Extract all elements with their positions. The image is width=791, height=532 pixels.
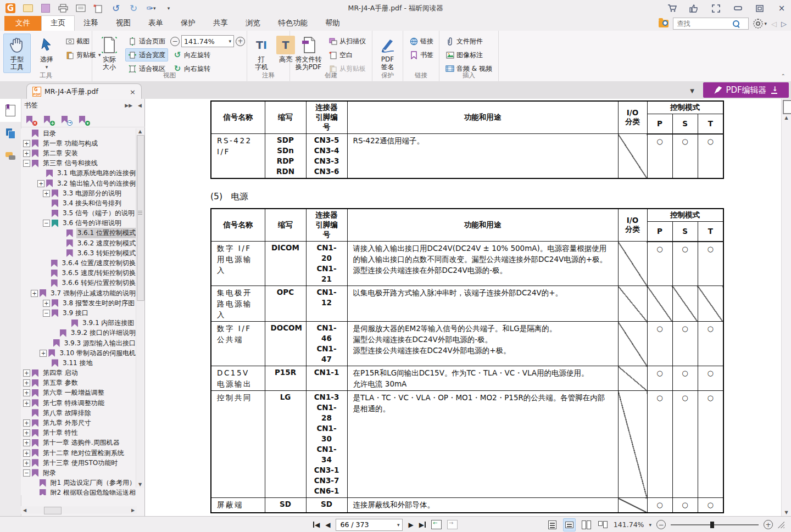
collapse-icon[interactable]: − — [43, 220, 50, 227]
expand-icon[interactable]: + — [23, 450, 30, 457]
bookmark-item[interactable]: 3.11 接地 — [21, 358, 137, 368]
bookmark-label[interactable]: 第六章 一般增益调整 — [42, 388, 105, 398]
bookmark-item[interactable]: −附录 — [21, 468, 137, 478]
document-vertical-scrollbar[interactable]: ▲ ▼ — [781, 99, 791, 516]
h-scrollbar-thumb[interactable] — [44, 507, 62, 514]
find-box[interactable] — [673, 18, 749, 30]
add-bookmark-button[interactable]: + — [44, 116, 54, 125]
bookmark-item[interactable]: 3.9.3 源型输入输出接口 — [21, 338, 137, 348]
bookmark-label[interactable]: 3.6 信号的详细说明 — [62, 218, 122, 228]
expand-icon[interactable]: + — [23, 379, 30, 387]
bookmark-item[interactable]: 3.6.5 速度/转矩控制切换 — [21, 268, 137, 278]
bookmark-label[interactable]: 附1 周边设定厂商（参考用） — [49, 478, 137, 488]
hand-tool-button[interactable]: 手型 工具 — [3, 33, 31, 73]
bookmark-item[interactable]: 3.6.3 转矩控制模式 — [21, 248, 137, 258]
find-input[interactable] — [676, 19, 733, 28]
bookmark-item[interactable]: 3.5 信号（端子）的说明 — [21, 209, 137, 219]
hand-tool-dropdown-icon[interactable]: ✑▾ — [146, 3, 156, 13]
menu-tab-help[interactable]: 帮助 — [316, 16, 349, 31]
collapse-ribbon-icon[interactable]: ⌃ — [781, 73, 786, 79]
menu-tab-browse[interactable]: 浏览 — [237, 16, 269, 31]
expand-icon[interactable]: + — [23, 150, 30, 157]
bookmark-item[interactable]: +第十二章 绝对位置检测系统 — [21, 448, 137, 458]
blank-page-button[interactable]: * 空白 — [326, 48, 369, 61]
bookmark-label[interactable]: 3.4 接头和信号排列 — [62, 198, 122, 209]
status-zoom-in-button[interactable]: + — [764, 520, 773, 529]
file-attachment-button[interactable]: 文件附件 — [443, 35, 495, 48]
bookmark-label[interactable]: 3.10 带制动器的伺服电机 — [58, 348, 137, 359]
bookmark-item[interactable]: 3.1 电源系统电路的连接例 — [21, 169, 137, 178]
bookmark-item[interactable]: +第十一章 选购件.周围机器 — [21, 438, 137, 448]
expand-icon[interactable]: + — [23, 439, 30, 446]
bookmark-label[interactable]: 3.6.3 转矩控制模式 — [76, 248, 137, 259]
previous-view-button[interactable] — [431, 520, 442, 529]
bookmark-label[interactable]: 第十一章 选购件.周围机器 — [42, 438, 121, 448]
fullscreen-icon[interactable] — [711, 4, 721, 13]
bookmark-label[interactable]: 3.9.2 接口的详细说明 — [70, 328, 137, 338]
comments-panel-button[interactable] — [0, 145, 21, 168]
expand-icon[interactable]: + — [23, 419, 30, 427]
bookmark-item[interactable]: 3.6.6 转矩/位置控制切换 — [21, 278, 137, 288]
scroll-up-icon[interactable]: ▲ — [137, 129, 143, 134]
bookmarks-panel-button[interactable] — [0, 99, 21, 122]
share-icon[interactable] — [689, 4, 699, 13]
find-next-icon[interactable]: ▷ — [781, 20, 787, 28]
bookmark-label[interactable]: 第八章 故障排除 — [42, 408, 92, 418]
bookmark-item[interactable]: 附1 周边设定厂商（参考用） — [21, 478, 137, 488]
save-icon[interactable] — [41, 3, 51, 13]
zoom-level-combobox[interactable]: 141.74% ▾ — [181, 35, 234, 47]
convert-to-pdf-button[interactable]: 将文件转 换为PDF — [293, 33, 324, 73]
bookmark-item[interactable]: −3.6 信号的详细说明 — [21, 219, 137, 228]
bookmarks-vertical-scrollbar[interactable]: ▲ ▼ — [136, 128, 144, 488]
bookmark-item[interactable]: +第二章 安装 — [21, 148, 137, 158]
zoom-slider-knob[interactable] — [710, 522, 714, 528]
page-number-box[interactable]: ▾ — [336, 519, 403, 531]
previous-page-button[interactable]: ◀ — [325, 521, 330, 529]
typewriter-button[interactable]: TI 打 字机 — [250, 33, 272, 73]
zoom-out-icon[interactable]: − — [170, 37, 180, 46]
search-in-files-icon[interactable] — [659, 20, 669, 27]
menu-tab-share[interactable]: 共享 — [204, 16, 237, 31]
doc-scroll-down-icon[interactable]: ▼ — [783, 510, 789, 515]
expand-icon[interactable]: + — [37, 180, 44, 187]
scroll-down-icon[interactable]: ▼ — [137, 482, 143, 487]
continuous-layout-button[interactable] — [563, 518, 576, 531]
pdf-sign-button[interactable]: PDF 签名 — [375, 33, 400, 73]
select-tool-button[interactable]: 选择 ▾ — [33, 33, 60, 72]
bookmark-label[interactable]: 3.5 信号（端子）的说明 — [62, 208, 136, 219]
document-tab[interactable]: PDF MR-J4-A手册.pdf × — [26, 83, 142, 99]
doc-scrollbar-thumb[interactable] — [783, 100, 791, 114]
bookmark-label[interactable]: 第十三章 使用STO功能时 — [42, 458, 119, 468]
zoom-in-icon[interactable]: + — [236, 37, 245, 46]
menu-tab-form[interactable]: 表单 — [140, 16, 172, 31]
bookmark-item[interactable]: +3.3 电源部分的说明 — [21, 188, 137, 198]
scrollbar-thumb[interactable] — [137, 135, 144, 301]
menu-tab-home[interactable]: 主页 — [41, 15, 75, 31]
bookmark-label[interactable]: 附2 根据联合国危险物运送相 — [49, 488, 137, 495]
bookmark-item[interactable]: 目录 — [21, 128, 137, 138]
window-resize-grip[interactable] — [778, 522, 784, 528]
collapse-icon[interactable]: − — [43, 310, 50, 317]
bookmark-item[interactable]: +第九章 外形尺寸 — [21, 418, 137, 428]
bookmark-label[interactable]: 第五章 参数 — [42, 378, 79, 388]
bookmark-label[interactable]: 3.6.1 位置控制模式 — [76, 228, 137, 238]
bookmark-item[interactable]: −3.9 接口 — [21, 308, 137, 318]
next-page-button[interactable]: ▶ — [408, 521, 413, 529]
bookmark-label[interactable]: 3.9 接口 — [62, 308, 90, 318]
bookmark-label[interactable]: 第九章 外形尺寸 — [42, 418, 92, 428]
bookmark-label[interactable]: 附录 — [42, 468, 57, 478]
bookmark-item[interactable]: 3.9.2 接口的详细说明 — [21, 328, 137, 338]
bookmarks-horizontal-scrollbar[interactable]: ◀ ▶ — [21, 506, 137, 514]
menu-tab-protect[interactable]: 保护 — [172, 16, 204, 31]
document-view[interactable]: 信号名称 缩写 连接器引脚编号 功能和用途 I/O 分类 控制模式 P S T … — [145, 99, 791, 516]
expand-collapse-bookmarks-button[interactable]: ▾ — [79, 116, 89, 125]
menu-tab-comment[interactable]: 注释 — [75, 16, 107, 31]
scroll-left-icon[interactable]: ◀ — [21, 508, 29, 513]
bookmark-item[interactable]: +第七章 特殊调整功能 — [21, 398, 137, 408]
email-icon[interactable] — [76, 3, 86, 13]
bookmark-item[interactable]: −第三章 信号和接线 — [21, 159, 137, 169]
bookmark-label[interactable]: 3.6.2 速度控制模式 — [76, 238, 137, 249]
bookmark-label[interactable]: 3.6.6 转矩/位置控制切换 — [61, 278, 137, 288]
expand-icon[interactable]: + — [23, 369, 30, 377]
minimize-button[interactable] — [733, 4, 743, 13]
